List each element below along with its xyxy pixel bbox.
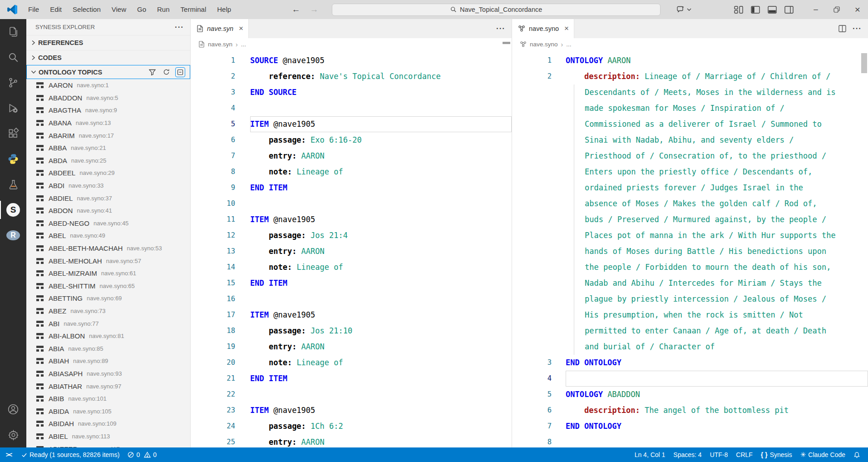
- code-line[interactable]: 3END SOURCE: [191, 84, 512, 100]
- beaker-icon[interactable]: [0, 172, 26, 197]
- topic-item-abi[interactable]: ABInave.syno:77: [26, 317, 190, 330]
- code-line[interactable]: buds / Preserved / Murmured against, by …: [512, 212, 868, 228]
- menu-view[interactable]: View: [106, 0, 132, 19]
- code-line[interactable]: 9END ITEM: [191, 180, 512, 196]
- code-line[interactable]: 23ITEM @nave1905: [191, 402, 512, 418]
- code-line[interactable]: made spokesman for Moses / Inspiration o…: [512, 100, 868, 116]
- problems-indicator[interactable]: 0 0: [123, 447, 161, 462]
- code-line[interactable]: 1SOURCE @nave1905: [191, 53, 512, 69]
- toggle-primary-sidebar-icon[interactable]: [751, 6, 760, 14]
- code-line[interactable]: 6 description: The angel of the bottomle…: [512, 402, 868, 418]
- indentation[interactable]: Spaces: 4: [669, 447, 705, 462]
- code-line[interactable]: ordained priests forever / Judges Israel…: [512, 180, 868, 196]
- topic-item-abdeel[interactable]: ABDEELnave.syno:29: [26, 167, 190, 179]
- section-references[interactable]: REFERENCES: [26, 35, 190, 50]
- filter-icon[interactable]: [147, 67, 157, 77]
- code-line[interactable]: 7 entry: AARON: [191, 148, 512, 164]
- editor-nave-syno[interactable]: 1ONTOLOGY AARON2 description: Lineage of…: [512, 50, 868, 447]
- menu-run[interactable]: Run: [152, 0, 175, 19]
- topic-item-abagtha[interactable]: ABAGTHAnave.syno:9: [26, 104, 190, 117]
- history-back-icon[interactable]: ←: [290, 5, 302, 15]
- editor-nave-syn[interactable]: 1SOURCE @nave19052 reference: Nave's Top…: [191, 50, 512, 447]
- section-ontology-topics[interactable]: ONTOLOGY TOPICS: [26, 65, 190, 79]
- code-line[interactable]: 14 note: Lineage of: [191, 259, 512, 275]
- menu-terminal[interactable]: Terminal: [175, 0, 212, 19]
- close-tab-icon[interactable]: ×: [239, 24, 243, 33]
- code-line[interactable]: absence of Moses / Makes the golden calf…: [512, 196, 868, 212]
- collapse-all-icon[interactable]: [175, 67, 185, 77]
- close-tab-icon[interactable]: ×: [564, 24, 569, 33]
- copilot-chat-button[interactable]: [676, 5, 691, 14]
- topic-item-abaddon[interactable]: ABADDONnave.syno:5: [26, 92, 190, 104]
- code-line[interactable]: permitted to enter Canaan / Age of, at d…: [512, 323, 868, 339]
- code-line[interactable]: 13 entry: AARON: [191, 243, 512, 259]
- history-forward-icon[interactable]: →: [308, 5, 320, 15]
- code-line[interactable]: 2 reference: Nave's Topical Concordance: [191, 69, 512, 84]
- topic-item-abiah[interactable]: ABIAHnave.syno:89: [26, 355, 190, 368]
- topic-item-abetting[interactable]: ABETTINGnave.syno:69: [26, 292, 190, 305]
- command-center-search[interactable]: Nave_Topical_Concordance: [332, 4, 661, 16]
- explorer-icon[interactable]: [0, 19, 26, 45]
- code-line[interactable]: 17ITEM @nave1905: [191, 307, 512, 323]
- synesis-icon[interactable]: S: [0, 197, 26, 223]
- encoding[interactable]: UTF-8: [706, 447, 732, 462]
- code-line[interactable]: 1ONTOLOGY AARON: [512, 53, 868, 69]
- code-line[interactable]: 6 passage: Exo 6:16-20: [191, 132, 512, 148]
- code-line[interactable]: 5ONTOLOGY ABADDON: [512, 387, 868, 402]
- close-window-button[interactable]: ×: [847, 0, 868, 19]
- menu-edit[interactable]: Edit: [44, 0, 67, 19]
- tab-nave-syno[interactable]: nave.syno ×: [512, 19, 574, 38]
- restore-button[interactable]: [826, 0, 847, 19]
- code-line[interactable]: Nadab and Abihu / Intercedes for Miriam …: [512, 275, 868, 291]
- claude-code-status[interactable]: ✳ Claude Code: [796, 447, 849, 462]
- section-codes[interactable]: CODES: [26, 50, 190, 65]
- code-line[interactable]: the people / Forbidden to mourn the deat…: [512, 259, 868, 275]
- status-ready[interactable]: Ready (1 sources, 82826 items): [17, 447, 123, 462]
- extensions-icon[interactable]: [0, 121, 26, 146]
- toggle-panel-icon[interactable]: [768, 6, 777, 14]
- code-line[interactable]: 5ITEM @nave1905: [191, 116, 512, 132]
- breadcrumb-right[interactable]: nave.syno › ...: [512, 38, 868, 50]
- customize-layout-icon[interactable]: [734, 6, 743, 14]
- topic-item-abib[interactable]: ABIBnave.syno:101: [26, 392, 190, 405]
- topic-item-abel-meholah[interactable]: ABEL-MEHOLAHnave.syno:57: [26, 254, 190, 267]
- code-line[interactable]: 12 passage: Jos 21:4: [191, 228, 512, 243]
- code-line[interactable]: 4: [512, 371, 868, 387]
- topic-item-abel-shittim[interactable]: ABEL-SHITTIMnave.syno:65: [26, 280, 190, 293]
- code-line[interactable]: 10: [191, 196, 512, 212]
- topic-item-abana[interactable]: ABANAnave.syno:13: [26, 117, 190, 129]
- topic-item-abiel[interactable]: ABIELnave.syno:113: [26, 430, 190, 443]
- search-activity-icon[interactable]: [0, 45, 26, 70]
- topic-item-abida[interactable]: ABIDAnave.syno:105: [26, 405, 190, 417]
- code-line[interactable]: 3END ONTOLOGY: [512, 355, 868, 371]
- editor-actions-more-icon[interactable]: ···: [496, 24, 505, 33]
- scrollbar-thumb[interactable]: [503, 42, 510, 44]
- topic-item-abidah[interactable]: ABIDAHnave.syno:109: [26, 417, 190, 430]
- code-line[interactable]: 4: [191, 100, 512, 116]
- code-line[interactable]: hands of Moses during Battle / His bened…: [512, 243, 868, 259]
- account-icon[interactable]: [0, 397, 26, 422]
- scrollbar-thumb[interactable]: [861, 53, 867, 73]
- topic-item-abia[interactable]: ABIAnave.syno:85: [26, 342, 190, 355]
- topic-item-abez[interactable]: ABEZnave.syno:73: [26, 305, 190, 318]
- code-line[interactable]: 25 entry: AARON: [191, 434, 512, 447]
- code-line[interactable]: plague by priestly intercession / Jealou…: [512, 291, 868, 307]
- code-line[interactable]: Enters upon the priestly office / Descen…: [512, 164, 868, 180]
- settings-gear-icon[interactable]: [0, 422, 26, 447]
- editor-actions-more-icon[interactable]: ···: [853, 24, 862, 33]
- remote-indicator[interactable]: ><: [0, 447, 17, 462]
- topic-item-abiathar[interactable]: ABIATHARnave.syno:97: [26, 380, 190, 392]
- eol-sequence[interactable]: CRLF: [732, 447, 757, 462]
- topic-item-abel-beth-maachah[interactable]: ABEL-BETH-MAACHAHnave.syno:53: [26, 242, 190, 255]
- code-line[interactable]: Places pot of manna in the ark / With Hu…: [512, 228, 868, 243]
- notifications-bell-icon[interactable]: [849, 447, 864, 462]
- code-line[interactable]: Priesthood of / Consecration of, to the …: [512, 148, 868, 164]
- code-line[interactable]: Commissioned as a deliverer of Israel / …: [512, 116, 868, 132]
- source-control-icon[interactable]: [0, 70, 26, 95]
- menu-file[interactable]: File: [23, 0, 44, 19]
- topic-item-abba[interactable]: ABBAnave.syno:21: [26, 142, 190, 154]
- topic-item-abiasaph[interactable]: ABIASAPHnave.syno:93: [26, 368, 190, 380]
- topic-item-abel-mizraim[interactable]: ABEL-MIZRAIMnave.syno:61: [26, 267, 190, 280]
- topic-item-abda[interactable]: ABDAnave.syno:25: [26, 154, 190, 167]
- code-line[interactable]: 7END ONTOLOGY: [512, 418, 868, 434]
